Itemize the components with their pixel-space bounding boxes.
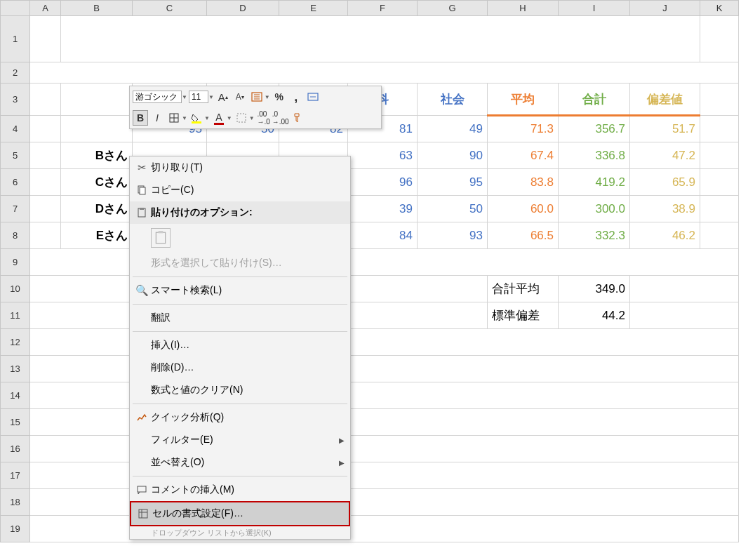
cell-I6[interactable]: 419.2 <box>559 169 630 196</box>
col-header-H[interactable]: H <box>488 1 559 16</box>
header-h[interactable]: 平均 <box>488 84 559 116</box>
cell-A6[interactable] <box>30 169 61 196</box>
cell-row10-right[interactable] <box>630 276 739 302</box>
cell-row2[interactable] <box>30 62 739 84</box>
bold-button[interactable]: B <box>133 110 148 126</box>
increase-decimal-icon[interactable]: .00→.0 <box>256 110 272 126</box>
cell-B6[interactable]: Cさん <box>61 169 133 196</box>
cell-I5[interactable]: 336.8 <box>559 142 630 169</box>
header-i[interactable]: 合計 <box>559 84 630 116</box>
fill-color-icon[interactable] <box>189 110 204 126</box>
cell-A4[interactable] <box>30 116 61 142</box>
font-color-icon[interactable]: A <box>211 110 227 126</box>
ctx-delete[interactable]: 削除(D)… <box>130 356 350 379</box>
cell-F8[interactable]: 84 <box>348 222 418 249</box>
decrease-font-icon[interactable]: A▾ <box>232 89 248 105</box>
dropdown-icon[interactable]: ▼ <box>265 94 270 100</box>
percent-icon[interactable]: % <box>272 89 287 105</box>
ctx-copy[interactable]: コピー(C) <box>130 179 350 201</box>
row-header-4[interactable]: 4 <box>1 116 30 142</box>
cell-J4[interactable]: 51.7 <box>630 116 700 142</box>
cell-K3[interactable] <box>700 84 739 116</box>
cell-H7[interactable]: 60.0 <box>488 196 559 222</box>
ctx-sort[interactable]: 並べ替え(O) ▶ <box>130 451 350 474</box>
cell-G8[interactable]: 93 <box>418 222 488 249</box>
ctx-smart-lookup[interactable]: 🔍 スマート検索(L) <box>130 279 350 302</box>
cell-A5[interactable] <box>30 142 61 169</box>
cell-I8[interactable]: 332.3 <box>559 222 630 249</box>
row-header-15[interactable]: 15 <box>1 409 30 436</box>
col-header-F[interactable]: F <box>348 1 418 16</box>
col-header-G[interactable]: G <box>418 1 488 16</box>
italic-button[interactable]: I <box>149 110 165 126</box>
cell-K7[interactable] <box>700 196 739 222</box>
cell-I4[interactable]: 356.7 <box>559 116 630 142</box>
cell-B5[interactable]: Bさん <box>61 142 133 169</box>
cell-A7[interactable] <box>30 196 61 222</box>
col-header-E[interactable]: E <box>279 1 348 16</box>
cell-K6[interactable] <box>700 169 739 196</box>
cell-G6[interactable]: 95 <box>418 169 488 196</box>
border-draw-icon[interactable] <box>234 110 249 126</box>
header-g[interactable]: 社会 <box>418 84 488 116</box>
row-header-6[interactable]: 6 <box>1 169 30 196</box>
row-header-17[interactable]: 17 <box>1 462 30 489</box>
row-header-8[interactable]: 8 <box>1 222 30 249</box>
cell-H4[interactable]: 71.3 <box>488 116 559 142</box>
col-header-K[interactable]: K <box>700 1 739 16</box>
row-header-10[interactable]: 10 <box>1 276 30 302</box>
row-header-18[interactable]: 18 <box>1 489 30 516</box>
cell-F6[interactable]: 96 <box>348 169 418 196</box>
row-header-14[interactable]: 14 <box>1 382 30 409</box>
row-header-3[interactable]: 3 <box>1 84 30 116</box>
cell-K8[interactable] <box>700 222 739 249</box>
ctx-translate[interactable]: 翻訳 <box>130 307 350 329</box>
stats-std-value[interactable]: 44.2 <box>559 302 630 329</box>
ctx-insert[interactable]: 挿入(I)… <box>130 334 350 356</box>
comma-icon[interactable]: , <box>288 89 304 105</box>
dropdown-icon[interactable]: ▼ <box>227 115 232 121</box>
ctx-dropdown-list[interactable]: ドロップダウン リストから選択(K) <box>130 526 350 539</box>
cell-J8[interactable]: 46.2 <box>630 222 700 249</box>
row-header-7[interactable]: 7 <box>1 196 30 222</box>
dropdown-icon[interactable]: ▼ <box>182 115 187 121</box>
col-header-C[interactable]: C <box>133 1 207 16</box>
stats-avg-value[interactable]: 349.0 <box>559 276 630 302</box>
col-header-D[interactable]: D <box>207 1 279 16</box>
cell-K1[interactable] <box>700 16 739 62</box>
merge-center-icon[interactable] <box>305 89 321 105</box>
row-header-12[interactable]: 12 <box>1 329 30 356</box>
cell-K4[interactable] <box>700 116 739 142</box>
dropdown-icon[interactable]: ▼ <box>208 94 214 100</box>
cell-B7[interactable]: Dさん <box>61 196 133 222</box>
col-header-J[interactable]: J <box>630 1 700 16</box>
dropdown-icon[interactable]: ▼ <box>182 94 187 100</box>
row-header-1[interactable]: 1 <box>1 16 30 62</box>
row-header-5[interactable]: 5 <box>1 142 30 169</box>
row-header-19[interactable]: 19 <box>1 516 30 542</box>
row-header-11[interactable]: 11 <box>1 302 30 329</box>
row-header-2[interactable]: 2 <box>1 62 30 84</box>
dropdown-icon[interactable]: ▼ <box>249 115 255 121</box>
cell-G5[interactable]: 90 <box>418 142 488 169</box>
ctx-filter[interactable]: フィルター(E) ▶ <box>130 429 350 451</box>
cell-J5[interactable]: 47.2 <box>630 142 700 169</box>
stats-std-label[interactable]: 標準偏差 <box>488 302 559 329</box>
dropdown-icon[interactable]: ▼ <box>204 115 210 121</box>
borders-icon[interactable] <box>166 110 182 126</box>
ctx-clear[interactable]: 数式と値のクリア(N) <box>130 379 350 401</box>
font-name-input[interactable] <box>133 91 182 103</box>
row-header-13[interactable]: 13 <box>1 356 30 382</box>
ctx-format-cells[interactable]: セルの書式設定(F)… <box>131 502 349 525</box>
cell-A1[interactable] <box>30 16 61 62</box>
cell-H8[interactable]: 66.5 <box>488 222 559 249</box>
cell-F5[interactable]: 63 <box>348 142 418 169</box>
font-size-input[interactable] <box>189 91 208 103</box>
increase-font-icon[interactable]: A▴ <box>215 89 231 105</box>
ctx-quick-analysis[interactable]: クイック分析(Q) <box>130 406 350 429</box>
cell-J7[interactable]: 38.9 <box>630 196 700 222</box>
cell-H5[interactable]: 67.4 <box>488 142 559 169</box>
cell-K5[interactable] <box>700 142 739 169</box>
stats-avg-label[interactable]: 合計平均 <box>488 276 559 302</box>
decrease-decimal-icon[interactable]: .0→.00 <box>273 110 288 126</box>
